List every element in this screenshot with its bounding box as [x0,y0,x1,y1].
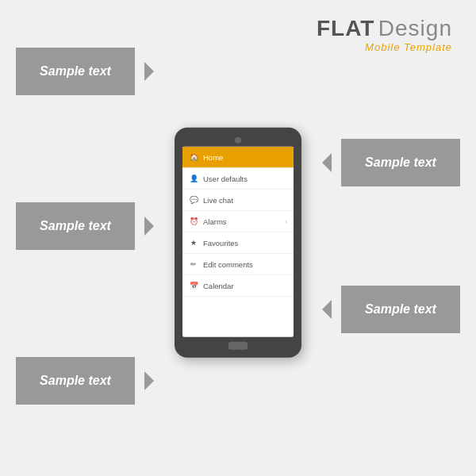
menu-item-calendar[interactable]: 📅Calendar [182,275,294,297]
menu-label-2: Live chat [203,195,287,204]
menu-label-6: Calendar [203,281,287,290]
callout-top-left-label: Sample text [40,64,111,79]
callout-mid-left-label: Sample text [40,219,111,233]
mobile-device: 🏠Home👤User defaults💬Live chat⏰Alarms›★Fa… [175,128,301,358]
menu-icon-6: 📅 [189,281,198,290]
title-design: Design [378,16,452,40]
callout-bot-left: Sample text [16,357,135,405]
callout-mid-left: Sample text [16,202,135,250]
title-line: FLAT Design [317,16,452,41]
title-area: FLAT Design Mobile Template [317,16,452,53]
menu-icon-2: 💬 [189,195,198,205]
menu-label-3: Alarms [203,217,280,225]
title-flat: FLAT [317,16,374,40]
device-home-button [228,342,248,350]
menu-icon-3: ⏰ [189,217,198,226]
menu-icon-4: ★ [189,238,198,248]
menu-item-edit-comments[interactable]: ✏Edit comments [182,254,294,275]
menu-arrow-icon: › [285,217,287,225]
menu-icon-1: 👤 [189,174,198,183]
device-camera [235,137,241,144]
device-screen: 🏠Home👤User defaults💬Live chat⏰Alarms›★Fa… [182,147,294,337]
menu-item-live-chat[interactable]: 💬Live chat [182,190,294,211]
callout-bot-right: Sample text [341,286,460,333]
menu-icon-0: 🏠 [189,152,198,162]
menu-label-1: User defaults [203,174,287,182]
menu-icon-5: ✏ [189,259,198,269]
menu-item-home[interactable]: 🏠Home [182,147,294,168]
menu-item-alarms[interactable]: ⏰Alarms› [182,211,294,232]
callout-bot-left-label: Sample text [40,374,111,388]
menu-label-0: Home [203,152,287,161]
menu-item-user-defaults[interactable]: 👤User defaults [182,168,294,190]
menu-item-favourites[interactable]: ★Favourites [182,232,294,254]
callout-top-right: Sample text [341,139,460,186]
title-subtitle: Mobile Template [317,41,452,53]
menu-label-4: Favourites [203,238,287,247]
callout-top-left: Sample text [16,48,135,95]
callout-top-right-label: Sample text [365,155,436,170]
callout-bot-right-label: Sample text [365,302,436,317]
menu-label-5: Edit comments [203,259,287,268]
